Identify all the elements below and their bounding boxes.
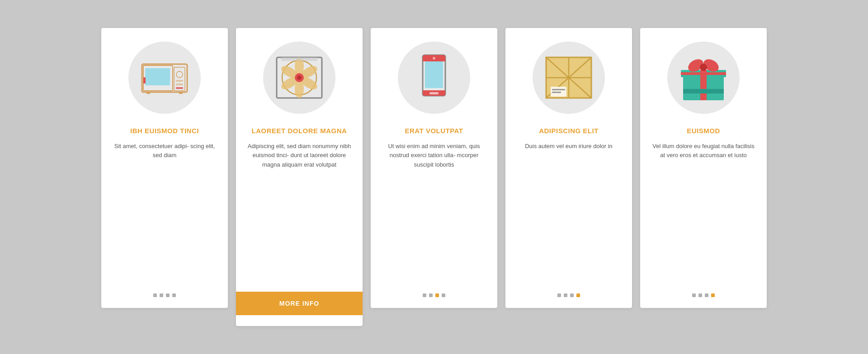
gift-icon <box>679 53 728 102</box>
card-1-icon-circle <box>128 42 201 114</box>
package-icon <box>542 53 596 102</box>
card-4-title: ADIPISCING ELIT <box>539 126 599 135</box>
card-3: ERAT VOLUTPAT Ut wisi enim ad minim veni… <box>371 28 497 308</box>
svg-rect-7 <box>176 84 183 85</box>
svg-rect-28 <box>429 92 439 94</box>
dot <box>153 293 157 297</box>
card-4-dots <box>557 293 580 297</box>
card-2-title: LAOREET DOLORE MAGNA <box>252 126 347 135</box>
card-2: LAOREET DOLORE MAGNA Adipiscing elit, se… <box>236 28 363 326</box>
dot <box>172 293 176 297</box>
more-info-button[interactable]: MORE INFO <box>236 292 363 315</box>
dot <box>423 293 426 297</box>
svg-rect-3 <box>143 77 146 84</box>
card-1-dots <box>153 293 176 297</box>
card-5-dots <box>692 293 715 297</box>
phone-icon <box>416 53 452 102</box>
card-3-body: Ut wisi enim ad minim veniam, quis nostr… <box>382 142 486 283</box>
dot <box>711 293 715 297</box>
svg-point-45 <box>700 64 707 71</box>
card-5-title: EUISMOD <box>687 126 720 135</box>
card-1-body: Sit amet, consectetuer adipi- scing elit… <box>112 142 217 283</box>
svg-rect-6 <box>176 80 183 82</box>
svg-point-29 <box>433 57 435 60</box>
svg-point-5 <box>176 71 183 78</box>
dot <box>429 293 433 297</box>
svg-rect-10 <box>179 92 183 94</box>
dot <box>435 293 439 297</box>
svg-rect-21 <box>281 57 317 61</box>
dot <box>705 293 708 297</box>
card-4-body: Duis autem vel eum iriure dolor in <box>525 142 613 283</box>
dot <box>442 293 445 297</box>
svg-rect-38 <box>552 92 561 93</box>
cards-container: IBH EUISMOD TINCI Sit amet, consectetuer… <box>74 10 794 344</box>
card-5-icon-circle <box>667 42 740 114</box>
svg-rect-2 <box>145 68 170 85</box>
card-4: ADIPISCING ELIT Duis autem vel eum iriur… <box>505 28 632 308</box>
svg-rect-9 <box>146 92 150 94</box>
svg-rect-8 <box>176 87 183 89</box>
card-1: IBH EUISMOD TINCI Sit amet, consectetuer… <box>101 28 228 308</box>
card-3-title: ERAT VOLUTPAT <box>405 126 463 135</box>
svg-rect-37 <box>552 89 565 90</box>
svg-rect-46 <box>683 89 724 93</box>
microwave-icon <box>140 57 189 98</box>
dot <box>564 293 567 297</box>
card-5-body: Vel illum dolore eu feugiat nulla facili… <box>651 142 756 283</box>
svg-rect-42 <box>681 72 726 75</box>
svg-rect-23 <box>425 61 443 88</box>
dot <box>576 293 580 297</box>
card-5: EUISMOD Vel illum dolore eu feugiat null… <box>640 28 767 308</box>
dot <box>160 293 163 297</box>
dot <box>557 293 561 297</box>
card-1-title: IBH EUISMOD TINCI <box>130 126 199 135</box>
dot <box>692 293 696 297</box>
card-4-icon-circle <box>533 42 605 114</box>
dot <box>166 293 170 297</box>
card-2-body: Adipiscing elit, sed diam nonummy nibh e… <box>247 142 352 283</box>
card-2-icon-circle <box>263 42 335 114</box>
card-3-dots <box>423 293 445 297</box>
fan-icon <box>272 53 326 102</box>
card-3-icon-circle <box>398 42 470 114</box>
dot <box>698 293 702 297</box>
dot <box>570 293 574 297</box>
svg-point-20 <box>297 75 302 80</box>
